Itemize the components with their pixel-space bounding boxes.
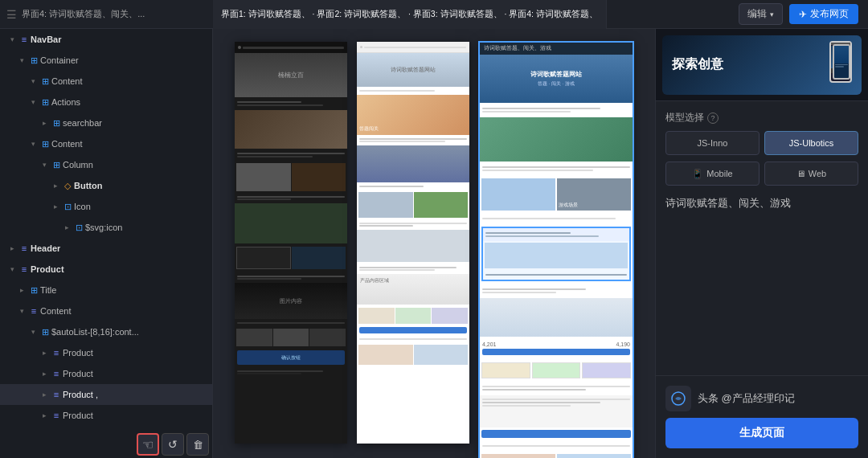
arrow-icon: ▾	[6, 35, 18, 43]
header-icon: ≡	[18, 243, 31, 253]
device-web-button[interactable]: 🖥 Web	[764, 162, 858, 186]
page-preview-1[interactable]: 楠楠立百	[235, 42, 347, 444]
device-mobile-button[interactable]: 📱 Mobile	[665, 162, 760, 186]
autolist-icon: ⊞	[39, 327, 51, 337]
page-preview-2[interactable]: 诗词歌赋答题网站 答题闯关	[357, 42, 469, 444]
tree-item-button[interactable]: ▸ ◇ Button	[0, 175, 212, 196]
delete-action-button[interactable]: 🗑	[186, 433, 209, 456]
top-bar: ☰ 界面4: 诗词歌赋答题、闯关、... 界面1: 诗词歌赋答题、 · 界面2:…	[0, 0, 868, 29]
button-icon: ◇	[61, 181, 74, 191]
actions-icon: ⊞	[39, 97, 51, 108]
tree-item-product2[interactable]: ▸ ≡ Product	[0, 363, 212, 384]
refresh-action-button[interactable]: ↺	[162, 433, 184, 456]
product1-icon: ≡	[50, 348, 63, 358]
tree-item-content2[interactable]: ▾ ⊞ Content	[0, 133, 212, 154]
phone-mockup	[816, 41, 852, 89]
tree-label-product1: Product	[63, 348, 93, 358]
arrow-icon: ▸	[6, 244, 18, 252]
help-icon[interactable]: ?	[707, 112, 719, 124]
svgicon-icon: ⊡	[72, 223, 85, 233]
explore-creative-label: 探索创意	[672, 56, 723, 73]
content1-icon: ⊞	[39, 76, 51, 87]
watermark-text: 头条 @产品经理印记	[698, 391, 795, 406]
menu-icon: ☰	[6, 8, 17, 21]
publish-label: 发布网页	[810, 7, 849, 21]
cursor-action-button[interactable]: ☜	[137, 433, 159, 456]
device-mobile-label: Mobile	[706, 169, 732, 178]
canvas-area: 楠楠立百	[213, 29, 655, 458]
tree-item-product1[interactable]: ▸ ≡ Product	[0, 342, 212, 363]
tree-label-navbar: NavBar	[31, 35, 62, 44]
main-layout: ▾ ≡ NavBar ▾ ⊞ Container ▾ ⊞ Content ▾ ⊞…	[0, 29, 868, 458]
canvas-container: 楠楠立百	[213, 29, 655, 458]
tree-item-column[interactable]: ▾ ⊞ Column	[0, 154, 212, 175]
arrow-icon: ▾	[27, 77, 39, 85]
tree-label-content3: Content	[40, 306, 72, 316]
top-bar-actions: 编辑 ▾ ✈ 发布网页	[729, 3, 868, 25]
device-web-label: Web	[809, 169, 826, 178]
tree-item-product-root[interactable]: ▾ ≡ Product	[0, 259, 212, 280]
arrow-icon: ▸	[50, 202, 61, 211]
arrow-icon: ▾	[27, 98, 39, 106]
device-grid: 📱 Mobile 🖥 Web	[665, 162, 858, 186]
tree-label-product3: Product ,	[63, 390, 98, 399]
tree-item-svgicon[interactable]: ▸ ⊡ $svg:icon	[0, 217, 212, 238]
arrow-icon: ▸	[16, 286, 27, 294]
web-icon: 🖥	[796, 169, 805, 178]
arrow-icon: ▾	[6, 265, 18, 273]
tree-item-container[interactable]: ▾ ⊞ Container	[0, 50, 212, 71]
edit-button[interactable]: 编辑 ▾	[739, 3, 783, 25]
description-section: 诗词歌赋答题、闯关、游戏	[656, 195, 868, 221]
tree-item-searchbar[interactable]: ▸ ⊞ searchbar	[0, 112, 212, 133]
tree-label-product4: Product	[63, 411, 93, 420]
arrow-icon: ▸	[39, 370, 50, 378]
tree-item-product3[interactable]: ▸ ≡ Product ,	[0, 384, 212, 405]
content3-icon: ≡	[27, 306, 40, 316]
model-grid: JS-Inno JS-Ulbotics	[665, 131, 858, 155]
chevron-down-icon: ▾	[770, 10, 774, 18]
page-preview-3-selected[interactable]: 诗词歌赋答题、闯关、游戏 诗词歌赋答题网站 答题 · 闯关 · 游戏	[479, 42, 633, 458]
tree-label-actions: Actions	[51, 97, 80, 107]
tree-item-autolist[interactable]: ▾ ⊞ $autoList-[8,16]:cont...	[0, 321, 212, 342]
tree-label-autolist: $autoList-[8,16]:cont...	[51, 327, 139, 337]
model-js-ulbotics-button[interactable]: JS-Ulbotics	[764, 131, 858, 155]
tree-label-content2: Content	[51, 139, 83, 149]
tree-item-content1[interactable]: ▾ ⊞ Content	[0, 71, 212, 92]
tree-item-icon[interactable]: ▸ ⊡ Icon	[0, 196, 212, 217]
model-selection-text: 模型选择	[665, 111, 704, 125]
page-tabs: 界面1: 诗词歌赋答题、 · 界面2: 诗词歌赋答题、 · 界面3: 诗词歌赋答…	[213, 0, 729, 29]
icon-icon: ⊡	[61, 202, 74, 212]
arrow-icon: ▾	[27, 140, 39, 148]
tree-label-title: Title	[40, 285, 56, 295]
tree-item-title[interactable]: ▸ ⊞ Title	[0, 280, 212, 301]
right-bottom: 头条 @产品经理印记 生成页面	[656, 375, 868, 458]
tree-item-header[interactable]: ▸ ≡ Header	[0, 238, 212, 259]
watermark-section: 头条 @产品经理印记	[665, 386, 858, 411]
tree-label-header: Header	[31, 243, 60, 253]
page-tab-active[interactable]: 界面1: 诗词歌赋答题、 · 界面2: 诗词歌赋答题、 · 界面3: 诗词歌赋答…	[213, 0, 607, 29]
tree-label-product2: Product	[63, 369, 93, 378]
product2-icon: ≡	[50, 369, 63, 378]
navbar-icon: ≡	[18, 35, 31, 44]
watermark-icon	[665, 386, 691, 411]
tree-item-content3[interactable]: ▾ ≡ Content	[0, 301, 212, 321]
arrow-icon: ▸	[39, 119, 50, 127]
model-js-inno-button[interactable]: JS-Inno	[665, 131, 760, 155]
tree-item-product4[interactable]: ▸ ≡ Product	[0, 405, 212, 426]
arrow-icon: ▸	[39, 411, 50, 419]
right-sidebar: 探索创意	[655, 29, 868, 458]
tree-item-navbar[interactable]: ▾ ≡ NavBar	[0, 29, 212, 50]
edit-label: 编辑	[747, 7, 767, 21]
generate-page-button[interactable]: 生成页面	[665, 418, 858, 448]
arrow-icon: ▾	[16, 307, 27, 315]
title-icon: ⊞	[27, 285, 40, 296]
arrow-icon: ▸	[61, 223, 72, 231]
explore-creative-banner: 探索创意	[662, 35, 862, 95]
arrow-icon: ▾	[39, 161, 50, 169]
publish-button[interactable]: ✈ 发布网页	[789, 4, 858, 24]
arrow-icon: ▾	[16, 56, 27, 64]
tree-item-actions[interactable]: ▾ ⊞ Actions	[0, 92, 212, 112]
tree-label-column: Column	[63, 160, 93, 170]
tree-label-content1: Content	[51, 76, 83, 86]
tree-label-searchbar: searchbar	[63, 118, 102, 128]
